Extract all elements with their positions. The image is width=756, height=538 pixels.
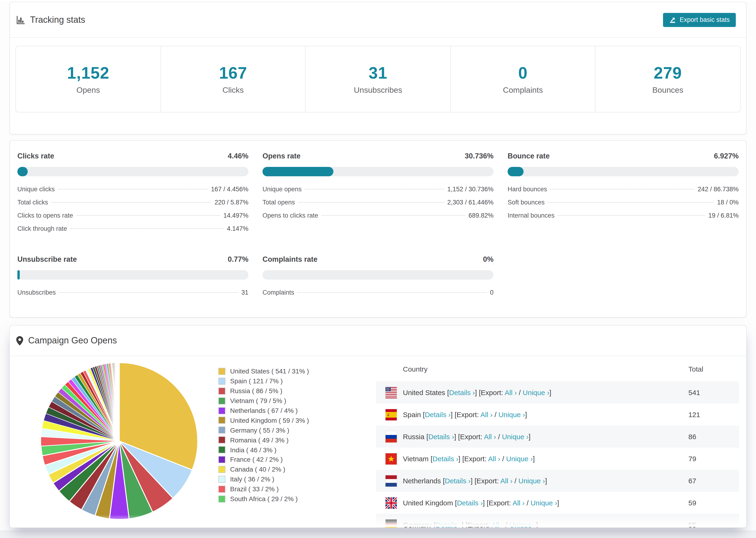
metric-value: 220 / 5.87% bbox=[215, 199, 248, 206]
rate-head: Opens rate30.736% bbox=[262, 152, 494, 160]
legend-item-brazil[interactable]: Brazil ( 33 / 2% ) bbox=[218, 484, 309, 494]
table-row-germany: Germany [Details ›] [Export: All › / Uni… bbox=[376, 514, 739, 528]
metric-value: 1,152 / 30.736% bbox=[447, 186, 494, 193]
export-unique-link[interactable]: Unique › bbox=[518, 477, 545, 485]
legend-item-united-states[interactable]: United States ( 541 / 31% ) bbox=[218, 366, 309, 376]
details-link[interactable]: Details › bbox=[445, 477, 470, 485]
progress-fill bbox=[17, 167, 28, 176]
metric-row: Unique clicks167 / 4.456% bbox=[17, 186, 248, 199]
metric-row: Clicks to opens rate14.497% bbox=[17, 212, 248, 225]
legend-swatch bbox=[218, 387, 225, 394]
stat-label: Bounces bbox=[652, 85, 683, 95]
details-link[interactable]: Details › bbox=[457, 499, 483, 507]
export-unique-link[interactable]: Unique › bbox=[506, 455, 533, 463]
geo-country-table: Country Total United States [Details ›] … bbox=[376, 356, 739, 528]
total-value: 541 bbox=[688, 389, 739, 397]
stat-label: Opens bbox=[77, 85, 100, 95]
metric-label: Total clicks bbox=[17, 199, 48, 206]
stat-value: 279 bbox=[654, 63, 682, 82]
legend-item-netherlands[interactable]: Netherlands ( 67 / 4% ) bbox=[218, 405, 309, 415]
metric-value: 689.82% bbox=[468, 212, 494, 219]
table-row-main: Vietnam [Details ›] [Export: All › / Uni… bbox=[403, 455, 688, 463]
legend-item-india[interactable]: India ( 46 / 3% ) bbox=[218, 445, 309, 455]
rate-value: 4.46% bbox=[228, 152, 248, 160]
metric-leader bbox=[305, 189, 444, 189]
stat-label: Clicks bbox=[222, 85, 244, 95]
progress-fill bbox=[17, 270, 20, 280]
details-link[interactable]: Details › bbox=[436, 521, 461, 528]
metric-leader bbox=[558, 215, 705, 216]
legend-item-france[interactable]: France ( 42 / 2% ) bbox=[218, 455, 309, 464]
legend-swatch bbox=[218, 368, 225, 375]
country-flag-icon-nl bbox=[386, 475, 397, 486]
legend-swatch bbox=[218, 378, 225, 385]
legend-label: Vietnam ( 79 / 5% ) bbox=[230, 397, 286, 404]
export-all-link[interactable]: All › bbox=[491, 521, 504, 528]
export-all-link[interactable]: All › bbox=[500, 477, 513, 485]
export-unique-link[interactable]: Unique › bbox=[502, 433, 528, 441]
legend-item-germany[interactable]: Germany ( 55 / 3% ) bbox=[218, 425, 309, 435]
page: Tracking stats Export basic stats 1,152O… bbox=[0, 2, 756, 538]
legend-label: Spain ( 121 / 7% ) bbox=[230, 377, 283, 385]
tracking-stats-header: Tracking stats Export basic stats bbox=[10, 2, 746, 38]
rates-grid: Clicks rate4.46%Unique clicks167 / 4.456… bbox=[17, 152, 739, 302]
export-unique-link[interactable]: Unique › bbox=[523, 389, 549, 397]
table-row-netherlands: Netherlands [Details ›] [Export: All › /… bbox=[376, 470, 739, 492]
metric-value: 4.147% bbox=[227, 225, 248, 232]
metric-leader bbox=[51, 202, 211, 202]
table-row-main: Netherlands [Details ›] [Export: All › /… bbox=[403, 477, 688, 485]
metric-label: Unique opens bbox=[262, 186, 302, 193]
legend-label: Romania ( 49 / 3% ) bbox=[230, 436, 289, 444]
details-link[interactable]: Details › bbox=[432, 455, 458, 463]
table-row-vietnam: Vietnam [Details ›] [Export: All › / Uni… bbox=[376, 448, 739, 470]
rates-card: Clicks rate4.46%Unique clicks167 / 4.456… bbox=[9, 140, 747, 318]
legend-label: India ( 46 / 3% ) bbox=[230, 446, 277, 454]
legend-item-canada[interactable]: Canada ( 40 / 2% ) bbox=[218, 464, 309, 474]
country-name: Russia bbox=[403, 433, 426, 441]
export-unique-link[interactable]: Unique › bbox=[531, 499, 557, 507]
export-all-link[interactable]: All › bbox=[505, 389, 517, 397]
metric-leader bbox=[59, 292, 238, 293]
legend-label: France ( 42 / 2% ) bbox=[230, 456, 283, 463]
legend-item-south-africa[interactable]: South Africa ( 29 / 2% ) bbox=[218, 494, 309, 504]
rate-section-clicks-rate: Clicks rate4.46%Unique clicks167 / 4.456… bbox=[17, 152, 248, 238]
geo-opens-pie-chart bbox=[39, 361, 199, 521]
legend-swatch bbox=[218, 397, 225, 404]
metric-label: Unique clicks bbox=[17, 186, 55, 193]
legend-item-vietnam[interactable]: Vietnam ( 79 / 5% ) bbox=[218, 396, 309, 405]
progress-bar-opens-rate bbox=[262, 167, 494, 176]
export-all-link[interactable]: All › bbox=[513, 499, 525, 507]
legend-item-united-kingdom[interactable]: United Kingdom ( 59 / 3% ) bbox=[218, 415, 309, 425]
legend-item-romania[interactable]: Romania ( 49 / 3% ) bbox=[218, 435, 309, 445]
details-link[interactable]: Details › bbox=[428, 433, 454, 441]
table-header-row: Country Total bbox=[376, 356, 739, 381]
export-basic-stats-button[interactable]: Export basic stats bbox=[663, 13, 736, 27]
rate-head: Clicks rate4.46% bbox=[17, 152, 248, 160]
stat-value: 1,152 bbox=[67, 63, 109, 82]
details-link[interactable]: Details › bbox=[449, 389, 475, 397]
legend-label: Italy ( 36 / 2% ) bbox=[230, 475, 274, 483]
table-row-russia: Russia [Details ›] [Export: All › / Uniq… bbox=[376, 426, 739, 448]
export-all-link[interactable]: All › bbox=[480, 410, 493, 418]
metric-value: 14.497% bbox=[223, 212, 248, 219]
legend-item-italy[interactable]: Italy ( 36 / 2% ) bbox=[218, 474, 309, 484]
country-name: United Kingdom bbox=[403, 499, 455, 507]
progress-fill bbox=[262, 167, 333, 176]
metric-row: Unsubscribes31 bbox=[17, 289, 248, 302]
export-all-link[interactable]: All › bbox=[488, 455, 500, 463]
legend-swatch bbox=[218, 466, 225, 473]
stat-value: 31 bbox=[369, 63, 387, 82]
legend-swatch bbox=[218, 476, 225, 483]
export-unique-link[interactable]: Unique › bbox=[499, 410, 525, 418]
legend-item-russia[interactable]: Russia ( 86 / 5% ) bbox=[218, 386, 309, 396]
export-all-link[interactable]: All › bbox=[484, 433, 496, 441]
metric-leader bbox=[550, 189, 694, 189]
details-link[interactable]: Details › bbox=[425, 410, 451, 418]
export-unique-link[interactable]: Unique › bbox=[510, 521, 536, 528]
legend-item-spain[interactable]: Spain ( 121 / 7% ) bbox=[218, 376, 309, 386]
legend-swatch bbox=[218, 456, 225, 463]
rate-head: Unsubscribe rate0.77% bbox=[17, 255, 248, 264]
export-icon bbox=[669, 16, 676, 23]
country-name: Spain bbox=[403, 410, 423, 418]
geo-opens-header: Campaign Geo Opens bbox=[10, 326, 746, 356]
